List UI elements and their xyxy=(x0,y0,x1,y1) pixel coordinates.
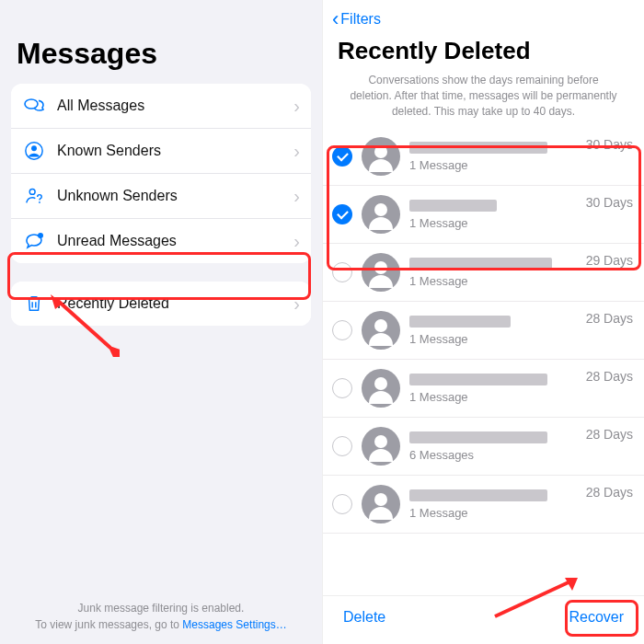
avatar xyxy=(362,427,400,466)
conversation-text: 1 Message xyxy=(409,316,581,346)
message-count: 1 Message xyxy=(409,390,581,404)
messages-settings-link[interactable]: Messages Settings… xyxy=(182,618,286,631)
trash-icon xyxy=(22,292,46,316)
avatar xyxy=(362,195,400,234)
chat-bubbles-icon xyxy=(22,94,46,118)
page-title: Recently Deleted xyxy=(323,35,644,73)
filter-unread-messages[interactable]: Unread Messages › xyxy=(11,218,311,263)
chevron-right-icon: › xyxy=(293,231,300,252)
svg-point-4 xyxy=(39,201,40,203)
nav-back-filters[interactable]: ‹ Filters xyxy=(323,0,644,35)
message-count: 1 Message xyxy=(409,506,581,520)
days-remaining: 28 Days xyxy=(586,369,633,384)
conversation-row[interactable]: 1 Message30 Days xyxy=(323,186,644,244)
contact-name-redacted xyxy=(409,431,547,443)
selection-checkbox[interactable] xyxy=(332,204,352,224)
messages-filters-pane: Messages All Messages › Known Senders › xyxy=(0,0,322,644)
contact-name-redacted xyxy=(409,258,552,270)
selection-checkbox[interactable] xyxy=(332,146,352,167)
conversation-text: 1 Message xyxy=(409,489,581,520)
message-count: 1 Message xyxy=(409,158,581,172)
svg-point-2 xyxy=(31,145,37,151)
chevron-right-icon: › xyxy=(293,186,300,207)
person-question-icon xyxy=(22,184,46,208)
contact-name-redacted xyxy=(409,374,547,385)
selection-checkbox[interactable] xyxy=(332,320,352,340)
conversation-text: 1 Message xyxy=(409,258,581,288)
contact-name-redacted xyxy=(409,200,497,212)
avatar xyxy=(362,369,400,408)
recently-deleted-pane: ‹ Filters Recently Deleted Conversations… xyxy=(322,0,644,644)
message-count: 1 Message xyxy=(409,216,581,230)
conversation-text: 1 Message xyxy=(409,200,581,230)
selection-checkbox[interactable] xyxy=(332,436,352,456)
conversation-row[interactable]: 1 Message29 Days xyxy=(323,244,644,302)
message-count: 1 Message xyxy=(409,274,581,288)
recover-button[interactable]: Recover xyxy=(569,609,624,626)
footer-text: Junk message filtering is enabled. xyxy=(78,602,245,615)
days-remaining: 28 Days xyxy=(586,485,633,500)
info-note: Conversations show the days remaining be… xyxy=(323,73,644,128)
chevron-right-icon: › xyxy=(293,293,300,315)
selection-checkbox[interactable] xyxy=(332,262,352,282)
svg-point-5 xyxy=(38,233,43,238)
conversation-row[interactable]: 6 Messages28 Days xyxy=(323,418,644,476)
conversation-row[interactable]: 1 Message28 Days xyxy=(323,360,644,418)
chat-dot-icon xyxy=(22,229,46,253)
conversation-row[interactable]: 1 Message28 Days xyxy=(323,302,644,360)
contact-name-redacted xyxy=(409,142,547,154)
filter-label: All Messages xyxy=(57,98,293,114)
svg-point-0 xyxy=(25,99,38,109)
avatar xyxy=(362,253,400,292)
chevron-right-icon: › xyxy=(293,96,300,117)
footer-text: To view junk messages, go to xyxy=(35,618,182,631)
days-remaining: 28 Days xyxy=(586,427,633,442)
chevron-left-icon: ‹ xyxy=(332,9,339,29)
avatar xyxy=(362,485,400,523)
filter-label: Recently Deleted xyxy=(57,295,293,312)
message-count: 1 Message xyxy=(409,332,581,346)
selection-checkbox[interactable] xyxy=(332,378,352,398)
filter-recently-deleted[interactable]: Recently Deleted › xyxy=(11,282,311,326)
filters-group: All Messages › Known Senders › Unknow xyxy=(11,84,311,263)
contact-name-redacted xyxy=(409,316,511,328)
filter-unknown-senders[interactable]: Unknown Senders › xyxy=(11,173,311,218)
conversation-text: 6 Messages xyxy=(409,431,581,462)
avatar xyxy=(362,311,400,350)
filter-label: Known Senders xyxy=(57,143,293,159)
message-count: 6 Messages xyxy=(409,448,581,462)
filter-known-senders[interactable]: Known Senders › xyxy=(11,128,311,173)
delete-button[interactable]: Delete xyxy=(343,609,385,626)
filter-label: Unknown Senders xyxy=(57,188,293,204)
days-remaining: 28 Days xyxy=(586,311,633,326)
recently-deleted-group: Recently Deleted › xyxy=(11,282,311,326)
conversation-text: 1 Message xyxy=(409,374,581,404)
svg-point-3 xyxy=(29,189,35,194)
bottom-toolbar: Delete Recover xyxy=(323,595,644,644)
selection-checkbox[interactable] xyxy=(332,494,352,514)
person-circle-icon xyxy=(22,139,46,163)
contact-name-redacted xyxy=(409,489,547,501)
filter-all-messages[interactable]: All Messages › xyxy=(11,84,311,128)
avatar xyxy=(362,137,400,176)
nav-back-label: Filters xyxy=(340,11,381,28)
days-remaining: 29 Days xyxy=(586,253,633,268)
conversation-row[interactable]: 1 Message28 Days xyxy=(323,476,644,534)
conversation-list: 1 Message30 Days1 Message30 Days1 Messag… xyxy=(323,128,644,595)
page-title: Messages xyxy=(0,37,322,84)
days-remaining: 30 Days xyxy=(586,137,633,152)
chevron-right-icon: › xyxy=(293,141,300,162)
footer-note: Junk message filtering is enabled. To vi… xyxy=(0,600,322,633)
conversation-text: 1 Message xyxy=(409,142,581,172)
days-remaining: 30 Days xyxy=(586,195,633,210)
conversation-row[interactable]: 1 Message30 Days xyxy=(323,128,644,186)
filter-label: Unread Messages xyxy=(57,233,293,249)
